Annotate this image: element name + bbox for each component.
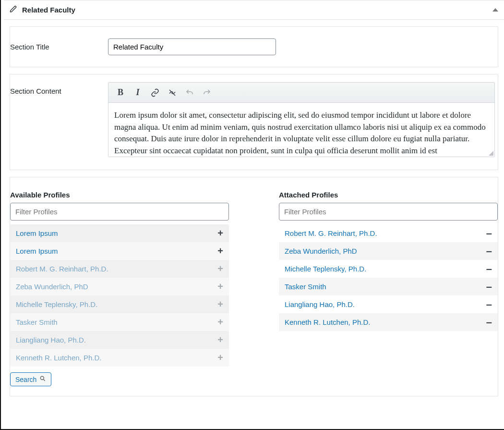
magnifier-icon xyxy=(39,375,46,383)
minus-icon[interactable]: – xyxy=(486,264,492,274)
profile-name: Zeba Wunderlich, PhD xyxy=(285,247,357,255)
section-title-box: Section Title xyxy=(10,26,498,67)
profile-name: Kenneth R. Lutchen, Ph.D. xyxy=(285,318,370,326)
attached-filter-input[interactable] xyxy=(279,203,498,221)
attached-profiles-heading: Attached Profiles xyxy=(279,191,498,199)
undo-icon[interactable] xyxy=(184,87,195,98)
collapse-icon[interactable] xyxy=(492,8,498,12)
profiles-box: Available Profiles Lorem Ipsum+Lorem Ips… xyxy=(10,177,498,396)
italic-icon[interactable]: I xyxy=(132,87,143,98)
section-title-label: Section Title xyxy=(10,43,108,51)
profile-name: Tasker Smith xyxy=(285,283,326,291)
section-content-label: Section Content xyxy=(10,82,108,95)
profile-name: Liangliang Hao, Ph.D. xyxy=(285,300,355,308)
profile-name: Lorem Ipsum xyxy=(16,247,58,255)
available-filter-input[interactable] xyxy=(10,203,229,221)
available-profile-item[interactable]: Zeba Wunderlich, PhD+ xyxy=(10,278,229,295)
profile-name: Michelle Teplensky, Ph.D. xyxy=(285,265,366,273)
plus-icon[interactable]: + xyxy=(217,281,223,292)
redo-icon[interactable] xyxy=(202,87,212,98)
available-profile-item[interactable]: Tasker Smith+ xyxy=(10,313,229,331)
plus-icon[interactable]: + xyxy=(217,352,223,363)
search-button[interactable]: Search xyxy=(10,372,51,386)
available-profile-item[interactable]: Liangliang Hao, Ph.D.+ xyxy=(10,331,229,349)
plus-icon[interactable]: + xyxy=(217,334,223,345)
plus-icon[interactable]: + xyxy=(217,228,223,239)
editor-toolbar: B I xyxy=(108,83,494,103)
profile-name: Lorem Ipsum xyxy=(16,229,58,237)
available-profiles-list: Lorem Ipsum+Lorem Ipsum+Robert M. G. Rei… xyxy=(10,224,229,367)
plus-icon[interactable]: + xyxy=(217,299,223,310)
plus-icon[interactable]: + xyxy=(217,263,223,274)
available-profile-item[interactable]: Kenneth R. Lutchen, Ph.D.+ xyxy=(10,349,229,367)
svg-point-0 xyxy=(41,376,44,380)
available-profile-item[interactable]: Robert M. G. Reinhart, Ph.D.+ xyxy=(10,260,229,278)
pencil-icon xyxy=(10,5,17,14)
attached-profile-item[interactable]: Robert M. G. Reinhart, Ph.D.– xyxy=(279,224,498,242)
minus-icon[interactable]: – xyxy=(486,282,492,292)
link-icon[interactable] xyxy=(150,87,160,98)
section-content-box: Section Content B I xyxy=(10,74,498,170)
editor-body-text: Lorem ipsum dolor sit amet, consectetur … xyxy=(114,111,486,155)
plus-icon[interactable]: + xyxy=(217,317,223,328)
available-profile-item[interactable]: Lorem Ipsum+ xyxy=(10,242,229,260)
available-profile-item[interactable]: Lorem Ipsum+ xyxy=(10,224,229,242)
unlink-icon[interactable] xyxy=(167,87,178,98)
rich-text-editor: B I xyxy=(108,82,495,157)
profile-name: Kenneth R. Lutchen, Ph.D. xyxy=(16,354,101,362)
minus-icon[interactable]: – xyxy=(486,299,492,310)
minus-icon[interactable]: – xyxy=(486,228,492,239)
panel-title: Related Faculty xyxy=(22,6,492,14)
profile-name: Robert M. G. Reinhart, Ph.D. xyxy=(285,229,377,237)
bold-icon[interactable]: B xyxy=(115,87,126,98)
attached-profile-item[interactable]: Tasker Smith– xyxy=(279,278,498,295)
minus-icon[interactable]: – xyxy=(486,246,492,257)
profile-name: Robert M. G. Reinhart, Ph.D. xyxy=(16,265,108,273)
search-button-label: Search xyxy=(15,376,36,383)
plus-icon[interactable]: + xyxy=(217,246,223,257)
profile-name: Tasker Smith xyxy=(16,318,58,326)
available-profiles-heading: Available Profiles xyxy=(10,191,229,199)
available-profile-item[interactable]: Michelle Teplensky, Ph.D.+ xyxy=(10,295,229,313)
editor-body[interactable]: Lorem ipsum dolor sit amet, consectetur … xyxy=(108,103,494,157)
attached-profile-item[interactable]: Michelle Teplensky, Ph.D.– xyxy=(279,260,498,278)
resize-grip-icon[interactable] xyxy=(489,151,493,156)
attached-profile-item[interactable]: Liangliang Hao, Ph.D.– xyxy=(279,295,498,313)
attached-profile-item[interactable]: Kenneth R. Lutchen, Ph.D.– xyxy=(279,313,498,331)
profile-name: Michelle Teplensky, Ph.D. xyxy=(16,300,97,308)
panel-header[interactable]: Related Faculty xyxy=(4,0,504,20)
minus-icon[interactable]: – xyxy=(486,317,492,328)
attached-profiles-list: Robert M. G. Reinhart, Ph.D.–Zeba Wunder… xyxy=(279,224,498,331)
section-title-input[interactable] xyxy=(108,38,276,55)
profile-name: Zeba Wunderlich, PhD xyxy=(16,283,88,291)
attached-profile-item[interactable]: Zeba Wunderlich, PhD– xyxy=(279,242,498,260)
profile-name: Liangliang Hao, Ph.D. xyxy=(16,336,86,344)
